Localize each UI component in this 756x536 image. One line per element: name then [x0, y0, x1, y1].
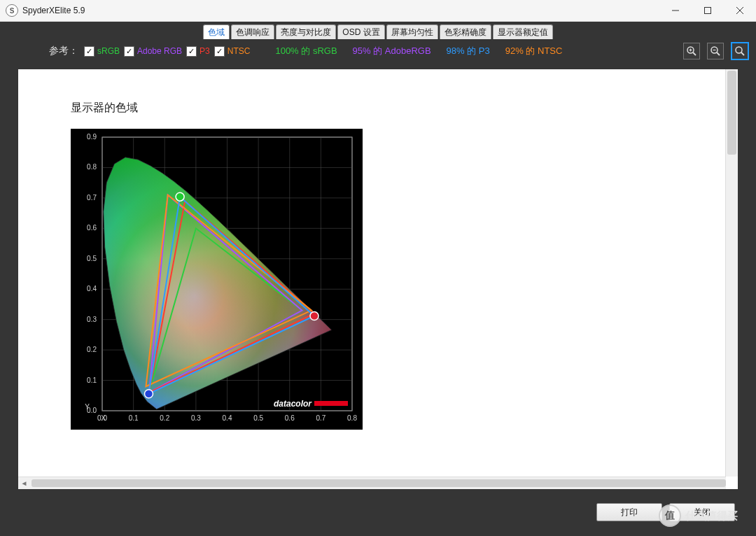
svg-text:0.1: 0.1: [129, 414, 139, 422]
svg-text:Y: Y: [85, 403, 90, 411]
checkbox-icon: ✓: [214, 46, 225, 57]
maximize-button[interactable]: [692, 0, 724, 21]
zoom-in-button[interactable]: [683, 43, 700, 59]
gamut-stat-1: 95% 的 AdobeRGB: [353, 45, 431, 57]
svg-text:0.6: 0.6: [285, 414, 295, 422]
tab-3[interactable]: OSD 设置: [337, 24, 384, 39]
svg-text:0.5: 0.5: [87, 255, 97, 262]
ref-label: NTSC: [227, 46, 251, 56]
ref-label: P3: [200, 46, 210, 56]
checkbox-icon: ✓: [186, 46, 197, 57]
svg-text:0.1: 0.1: [87, 376, 97, 384]
app-body: 色域色调响应亮度与对比度OSD 设置屏幕均匀性色彩精确度显示器额定值 参考： ✓…: [0, 22, 756, 536]
svg-text:datacolor: datacolor: [274, 399, 312, 409]
ref-label: sRGB: [97, 46, 120, 56]
action-bar: 打印 关闭: [0, 503, 756, 523]
svg-text:0.2: 0.2: [160, 414, 169, 422]
svg-point-54: [310, 311, 318, 320]
tab-6[interactable]: 显示器额定值: [493, 24, 553, 39]
svg-point-11: [736, 47, 742, 53]
zoom-reset-button[interactable]: [731, 42, 749, 60]
ref-checkbox-ntsc[interactable]: ✓NTSC: [214, 46, 251, 57]
svg-text:0.3: 0.3: [87, 316, 97, 323]
app-icon: S: [6, 4, 18, 17]
svg-line-9: [717, 52, 720, 55]
window-title: SpyderXElite 5.9: [22, 6, 85, 15]
svg-rect-57: [314, 401, 348, 406]
ref-checkbox-adobe-rgb[interactable]: ✓Adobe RGB: [124, 46, 182, 57]
print-button[interactable]: 打印: [596, 503, 662, 521]
checkbox-icon: ✓: [84, 46, 94, 57]
vertical-scrollbar[interactable]: [725, 69, 738, 477]
zoom-out-button[interactable]: [707, 43, 724, 59]
horizontal-scrollbar[interactable]: ◄: [18, 477, 726, 489]
ref-checkbox-srgb[interactable]: ✓sRGB: [84, 46, 120, 57]
ref-label: Adobe RGB: [137, 46, 182, 56]
tab-4[interactable]: 屏幕均匀性: [386, 24, 438, 39]
gamut-stat-0: 100% 的 sRGB: [275, 45, 337, 57]
svg-text:0.6: 0.6: [87, 224, 97, 232]
svg-line-5: [693, 52, 696, 55]
tab-2[interactable]: 亮度与对比度: [276, 24, 336, 39]
ref-checkbox-p3[interactable]: ✓P3: [186, 46, 210, 57]
svg-text:0.8: 0.8: [347, 414, 357, 422]
tab-5[interactable]: 色彩精确度: [440, 24, 491, 39]
scroll-left-icon[interactable]: ◄: [18, 477, 30, 489]
gamut-chart: 0.00.10.20.30.40.50.60.70.80.00.10.20.30…: [71, 129, 363, 430]
svg-text:0.9: 0.9: [87, 133, 97, 141]
tab-0[interactable]: 色域: [203, 24, 230, 39]
tab-strip: 色域色调响应亮度与对比度OSD 设置屏幕均匀性色彩精确度显示器额定值: [0, 22, 756, 39]
svg-line-12: [741, 52, 744, 55]
svg-text:0.7: 0.7: [87, 194, 97, 202]
svg-text:0.2: 0.2: [87, 346, 97, 353]
svg-text:0.8: 0.8: [87, 163, 97, 171]
svg-text:0.5: 0.5: [253, 414, 263, 422]
svg-text:0.3: 0.3: [191, 414, 201, 422]
svg-rect-1: [705, 8, 711, 14]
gamut-stat-2: 98% 的 P3: [447, 45, 490, 57]
reference-label: 参考：: [49, 45, 78, 57]
title-bar: S SpyderXElite 5.9: [0, 0, 756, 22]
gamut-stat-3: 92% 的 NTSC: [505, 45, 563, 57]
close-button[interactable]: [724, 0, 756, 21]
minimize-button[interactable]: [659, 0, 692, 21]
tab-1[interactable]: 色调响应: [231, 24, 274, 39]
content-panel: 显示器的色域 0.00.10.20.30.40.50.60.70.80.00.1…: [18, 69, 738, 489]
toolbar: 参考： ✓sRGB✓Adobe RGB✓P3✓NTSC 100% 的 sRGB9…: [0, 39, 756, 63]
svg-text:0.4: 0.4: [223, 414, 232, 422]
svg-text:0.7: 0.7: [316, 414, 326, 422]
svg-point-55: [176, 192, 184, 201]
svg-text:X: X: [101, 414, 106, 422]
svg-point-56: [144, 390, 153, 398]
svg-text:0.4: 0.4: [87, 285, 97, 292]
close-dialog-button[interactable]: 关闭: [669, 503, 735, 521]
chart-title: 显示器的色域: [71, 101, 138, 115]
checkbox-icon: ✓: [124, 46, 134, 57]
